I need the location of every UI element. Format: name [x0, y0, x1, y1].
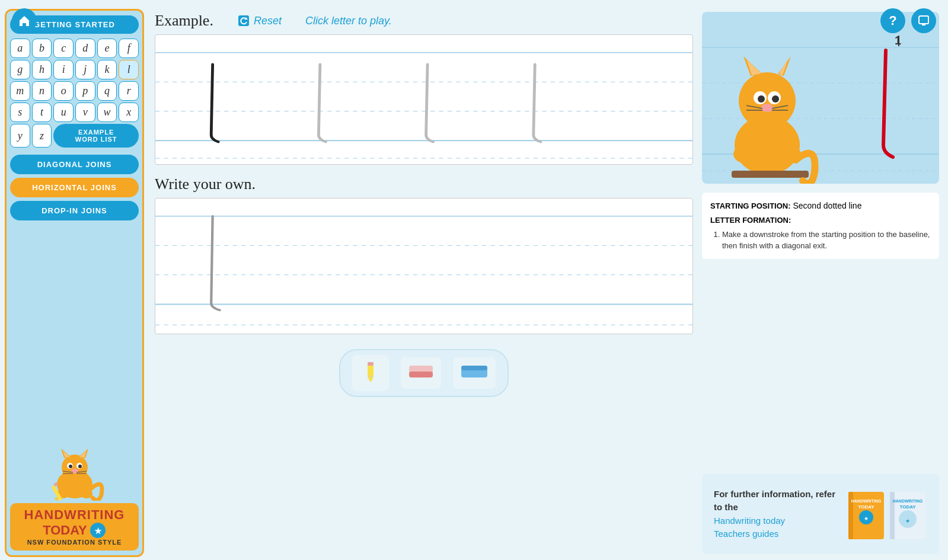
top-bar-left — [12, 8, 37, 33]
svg-point-12 — [78, 465, 82, 468]
letter-btn-j[interactable]: j — [75, 60, 95, 79]
letter-btn-g[interactable]: g — [10, 60, 30, 79]
home-button[interactable] — [12, 8, 37, 33]
clear-icon — [460, 362, 489, 380]
writing-lines-svg — [155, 35, 692, 164]
starting-position-label: STARTING POSITION: — [710, 201, 791, 210]
svg-text:HANDWRITING: HANDWRITING — [851, 499, 882, 503]
svg-text:★: ★ — [864, 516, 869, 521]
main-layout: GETTING STARTED a b c d e f g h i j k l … — [0, 0, 948, 560]
diagonal-joins-button[interactable]: DIAGONAL JOINS — [10, 155, 139, 174]
brand-section: HANDWRITING TODAY ★ NSW FOUNDATION STYLE — [10, 503, 139, 551]
letter-btn-k[interactable]: k — [97, 60, 117, 79]
further-info-link2[interactable]: Teachers guides — [714, 529, 778, 539]
further-info-bold: For further information, refer to the — [714, 489, 835, 513]
brand-logo-icon: ★ — [90, 522, 106, 539]
svg-point-58 — [758, 95, 765, 103]
svg-rect-67 — [732, 171, 809, 178]
book-1-svg: HANDWRITING TODAY ★ — [847, 491, 886, 541]
center-area: Example. Reset Click letter to play. — [149, 6, 699, 560]
svg-marker-38 — [368, 377, 374, 382]
cat-illustration — [36, 441, 113, 501]
letter-btn-h[interactable]: h — [32, 60, 52, 79]
instructions-box: STARTING POSITION: Second dotted line LE… — [702, 193, 939, 259]
pencil-tool-button[interactable] — [352, 355, 389, 391]
svg-text:★: ★ — [94, 526, 101, 536]
svg-point-13 — [71, 469, 78, 473]
further-info-text: For further information, refer to the Ha… — [714, 488, 838, 541]
horizontal-joins-button[interactable]: HORIZONTAL JOINS — [10, 178, 139, 197]
top-bar: ? — [0, 0, 948, 41]
eraser-tool-button[interactable] — [401, 357, 441, 389]
right-panel: 1 STARTING POSITION: Second dotted line … — [699, 6, 948, 560]
book-2: HANDWRITING TODAY ★ — [889, 491, 927, 543]
instruction-item-1: Make a downstroke from the starting posi… — [722, 229, 931, 252]
pencil-icon — [359, 360, 382, 382]
tools-container — [339, 349, 509, 397]
example-word-list-button[interactable]: EXAMPLEWORD LIST — [53, 124, 139, 148]
letter-btn-l[interactable]: l — [119, 60, 139, 79]
letter-btn-t[interactable]: t — [32, 103, 52, 122]
write-own-area[interactable] — [155, 198, 693, 334]
svg-point-51 — [739, 72, 796, 129]
letter-grid: a b c d e f g h i j k l m n o p q r s t … — [10, 39, 139, 148]
demo-cat-illustration — [714, 30, 832, 184]
svg-point-65 — [733, 145, 759, 164]
letter-btn-u[interactable]: u — [53, 103, 74, 122]
further-info-box: For further information, refer to the Ha… — [702, 474, 939, 554]
letter-btn-w[interactable]: w — [97, 103, 117, 122]
svg-point-11 — [69, 465, 72, 468]
letter-btn-x[interactable]: x — [119, 103, 139, 122]
letter-btn-o[interactable]: o — [53, 81, 74, 101]
letter-btn-s[interactable]: s — [10, 103, 30, 122]
demo-letter-svg: 1 — [856, 30, 915, 166]
bottom-tools — [155, 340, 693, 403]
svg-rect-42 — [409, 372, 433, 377]
further-info-link1[interactable]: Handwriting today — [714, 516, 785, 526]
write-own-lines-svg — [155, 199, 692, 334]
svg-rect-39 — [368, 362, 374, 366]
starting-position-value: Second dotted line — [793, 201, 861, 210]
question-icon: ? — [889, 13, 896, 28]
letter-btn-m[interactable]: m — [10, 81, 30, 101]
write-own-label: Write your own. — [155, 175, 693, 193]
top-bar-right: ? — [880, 8, 936, 33]
svg-point-59 — [772, 95, 779, 103]
svg-point-60 — [761, 104, 773, 112]
letter-btn-r[interactable]: r — [119, 81, 139, 101]
drop-in-joins-button[interactable]: DROP-IN JOINS — [10, 201, 139, 220]
brand-today: TODAY ★ — [16, 522, 133, 539]
book-1: HANDWRITING TODAY ★ — [847, 491, 886, 543]
letter-btn-n[interactable]: n — [32, 81, 52, 101]
help-button[interactable]: ? — [880, 8, 905, 33]
svg-text:HANDWRITING: HANDWRITING — [893, 499, 923, 503]
letter-formation-label: LETTER FORMATION: — [710, 215, 931, 226]
letter-btn-y[interactable]: y — [10, 124, 30, 148]
book-2-svg: HANDWRITING TODAY ★ — [889, 491, 927, 541]
fullscreen-button[interactable] — [911, 8, 936, 33]
letter-btn-i[interactable]: i — [53, 60, 74, 79]
brand-subtitle: NSW FOUNDATION STYLE — [16, 539, 133, 546]
letter-btn-p[interactable]: p — [75, 81, 95, 101]
brand-title: HANDWRITING — [16, 508, 133, 522]
clear-tool-button[interactable] — [453, 357, 496, 389]
svg-text:TODAY: TODAY — [858, 504, 874, 510]
letter-btn-q[interactable]: q — [97, 81, 117, 101]
svg-rect-0 — [919, 16, 928, 24]
eraser-icon — [408, 362, 434, 380]
example-writing-area[interactable] — [155, 34, 693, 165]
book-stack: HANDWRITING TODAY ★ HANDWRITING TODAY ★ — [847, 485, 927, 543]
letter-btn-v[interactable]: v — [75, 103, 95, 122]
instructions-list: Make a downstroke from the starting posi… — [722, 229, 931, 252]
svg-text:TODAY: TODAY — [899, 504, 916, 510]
letter-btn-z[interactable]: z — [32, 124, 52, 148]
svg-rect-44 — [461, 366, 487, 370]
svg-point-4 — [62, 455, 88, 481]
svg-text:★: ★ — [905, 518, 910, 524]
sidebar: GETTING STARTED a b c d e f g h i j k l … — [5, 9, 144, 557]
